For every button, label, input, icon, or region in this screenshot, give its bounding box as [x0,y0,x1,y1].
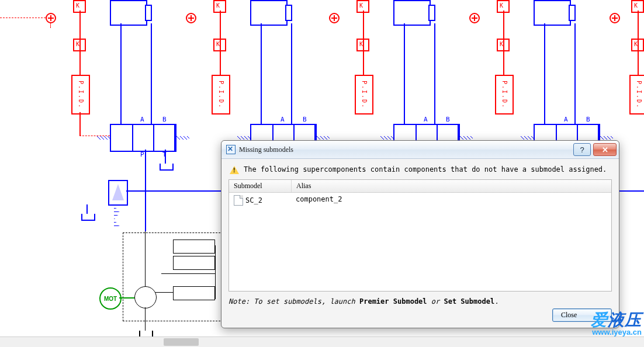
gain-block [213,0,226,13]
port-label-b: B [446,116,450,123]
summing-junction [469,13,480,23]
gain-block [356,39,369,51]
horizontal-scrollbar[interactable] [0,336,644,347]
port-label-a: A [564,116,568,123]
port-label-p: P [140,151,144,158]
warning-message: The following supercomponents contain co… [230,165,612,175]
column-alias[interactable]: Alias [292,180,611,192]
scrollbar-thumb[interactable] [164,338,199,346]
help-button[interactable]: ? [573,143,591,156]
dialog-title: Missing submodels [239,145,571,154]
servo-valve-icon [173,256,215,270]
pump-supercomponent [123,233,229,321]
servo-valve-icon [173,240,215,254]
cell-submodel: SC_2 [245,196,262,204]
actuator [393,0,431,26]
gain-block [213,39,226,51]
actuator [534,0,571,26]
close-window-button[interactable]: ✕ [593,143,617,156]
submodel-list[interactable]: Submodel Alias SC_2 component_2 [228,179,612,292]
port-label-b: B [162,116,167,123]
port-label-b: B [586,116,590,123]
document-icon [234,195,243,206]
pid-block: P.I.D. [212,75,230,114]
gain-block [631,0,644,13]
spring-icon [114,204,120,228]
summing-junction [610,13,620,23]
port-label-b: B [303,116,307,123]
app-icon [226,145,236,154]
pid-block: P.I.D. [629,75,644,114]
close-button[interactable]: Close [552,308,612,322]
pid-block: P.I.D. [355,75,373,114]
tank-icon [81,214,95,221]
gain-block [73,39,86,51]
variable-pump-icon [134,286,157,308]
port-label-t: T [162,151,167,158]
summing-junction [329,13,340,23]
servo-valve-icon [173,286,215,300]
actuator [110,0,147,26]
directional-valve [110,124,176,152]
warning-text: The following supercomponents contain co… [244,165,607,173]
summing-junction [46,13,56,23]
gain-block [497,39,510,51]
port-label-a: A [281,116,285,123]
note-text: Note: To set submodels, launch Premier S… [228,297,612,306]
list-row[interactable]: SC_2 component_2 [229,193,611,208]
tank-icon [160,164,174,171]
warning-icon [230,165,239,175]
cell-alias: component_2 [291,194,611,207]
pid-block: P.I.D. [71,75,90,114]
gain-block [497,0,510,13]
gain-block [356,0,369,13]
motor-icon: MOT [99,287,122,310]
actuator [250,0,288,26]
gain-block [631,39,644,51]
column-submodel[interactable]: Submodel [229,180,292,192]
relief-valve [108,180,128,206]
summing-junction [186,13,196,23]
port-label-a: A [424,116,428,123]
missing-submodels-dialog: Missing submodels ? ✕ The following supe… [221,140,619,328]
gain-block [73,0,86,13]
pid-block: P.I.D. [495,75,514,114]
app-canvas: { "schematic": { "pid_label": "P.I.D.", … [0,0,644,347]
port-label-a: A [140,116,144,123]
dialog-titlebar[interactable]: Missing submodels ? ✕ [221,141,619,159]
list-header: Submodel Alias [229,180,611,193]
